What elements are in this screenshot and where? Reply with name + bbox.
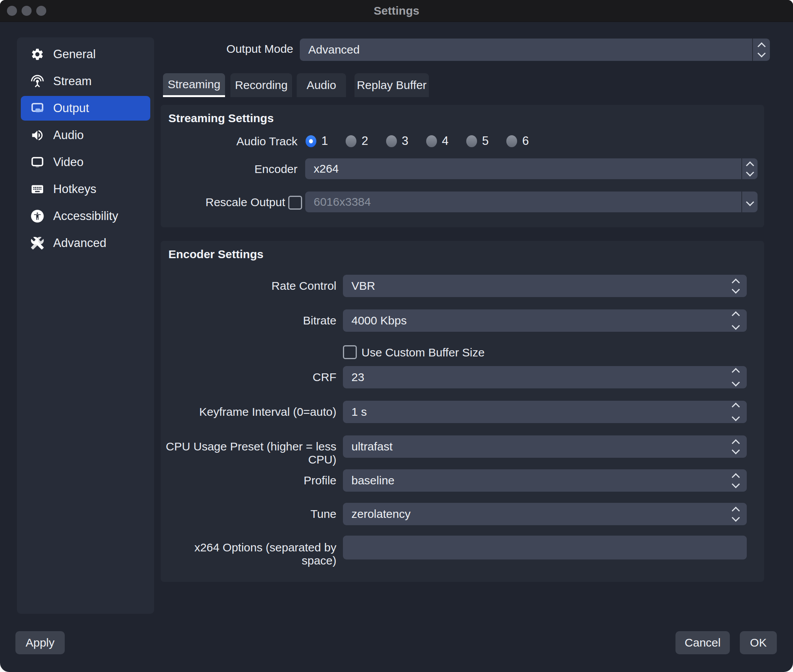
streaming-settings-title: Streaming Settings (168, 112, 274, 125)
sidebar-item-label: Video (53, 155, 84, 169)
rate-control-select[interactable]: VBR (343, 275, 747, 297)
screen: Settings General Stream Output (0, 0, 793, 672)
output-mode-select[interactable]: Advanced (300, 39, 770, 61)
tab-audio[interactable]: Audio (297, 73, 346, 97)
sidebar-item-video[interactable]: Video (21, 150, 150, 175)
sidebar-item-label: Accessibility (53, 209, 118, 223)
keyframe-interval-spinbox[interactable]: 1 s (343, 401, 747, 423)
tune-select[interactable]: zerolatency (343, 503, 747, 525)
tune-value: zerolatency (351, 507, 410, 521)
radio-checked-icon (306, 135, 316, 147)
sidebar-item-hotkeys[interactable]: Hotkeys (21, 177, 150, 202)
speaker-icon (30, 128, 45, 143)
radio-label: 4 (442, 134, 449, 148)
audio-track-radio-group: 1 2 3 4 5 6 (306, 134, 547, 148)
radio-icon (386, 135, 397, 147)
rescale-output-checkbox[interactable] (288, 196, 302, 210)
sidebar: General Stream Output Audio (17, 37, 154, 614)
profile-value: baseline (351, 474, 395, 487)
ok-button[interactable]: OK (740, 631, 777, 654)
tab-label: Replay Buffer (357, 79, 427, 92)
audio-track-label: Audio Track (166, 135, 297, 148)
profile-label: Profile (162, 474, 336, 487)
chevron-down-icon (731, 480, 739, 488)
radio-icon (346, 135, 356, 147)
x264-options-label: x264 Options (separated by space) (162, 541, 336, 567)
chevron-down-icon (746, 198, 754, 206)
chevron-down-icon (731, 322, 739, 330)
radio-icon (466, 135, 477, 147)
encoder-value: x264 (314, 162, 339, 175)
output-mode-label: Output Mode (185, 42, 293, 55)
rate-control-label: Rate Control (162, 279, 336, 292)
bitrate-stepper[interactable] (724, 309, 747, 332)
chevron-down-icon (731, 513, 739, 521)
rescale-output-dropdown[interactable] (741, 192, 758, 212)
sidebar-item-accessibility[interactable]: Accessibility (21, 204, 150, 228)
chevron-down-icon (731, 378, 739, 386)
window-title: Settings (0, 0, 793, 22)
cancel-button[interactable]: Cancel (675, 631, 730, 654)
output-mode-value: Advanced (308, 43, 360, 56)
rescale-output-combo[interactable]: 6016x3384 (305, 192, 758, 212)
apply-button[interactable]: Apply (15, 631, 65, 654)
use-custom-buffer-size-checkbox[interactable] (343, 345, 357, 359)
sidebar-item-general[interactable]: General (21, 42, 150, 67)
rate-control-stepper[interactable] (724, 275, 747, 297)
profile-select[interactable]: baseline (343, 469, 747, 492)
sidebar-item-label: Audio (53, 128, 84, 142)
audio-track-option-2[interactable]: 2 (346, 134, 368, 148)
sidebar-item-audio[interactable]: Audio (21, 123, 150, 148)
cpu-usage-preset-select[interactable]: ultrafast (343, 435, 747, 458)
tab-replay-buffer[interactable]: Replay Buffer (354, 73, 429, 97)
audio-track-option-5[interactable]: 5 (466, 134, 489, 148)
sidebar-item-advanced[interactable]: Advanced (21, 231, 150, 255)
use-custom-buffer-size-label: Use Custom Buffer Size (361, 346, 593, 359)
tune-stepper[interactable] (724, 503, 747, 525)
keyframe-interval-label: Keyframe Interval (0=auto) (162, 405, 336, 418)
cpu-usage-preset-stepper[interactable] (724, 435, 747, 458)
encoder-settings-title: Encoder Settings (168, 248, 264, 261)
cancel-button-label: Cancel (685, 636, 721, 649)
audio-track-option-6[interactable]: 6 (506, 134, 529, 148)
tab-label: Recording (235, 79, 288, 92)
cpu-usage-preset-label: CPU Usage Preset (higher = less CPU) (162, 440, 336, 466)
sidebar-item-stream[interactable]: Stream (21, 69, 150, 94)
encoder-select-stepper[interactable] (741, 158, 758, 179)
audio-track-option-4[interactable]: 4 (426, 134, 449, 148)
rescale-output-value: 6016x3384 (314, 195, 371, 208)
bitrate-label: Bitrate (162, 314, 336, 327)
keyboard-icon (30, 182, 45, 197)
tab-streaming[interactable]: Streaming (163, 73, 225, 97)
encoder-select[interactable]: x264 (305, 158, 758, 179)
chevron-up-icon (731, 311, 739, 319)
chevron-down-icon (731, 413, 739, 421)
antenna-icon (30, 74, 45, 89)
crf-spinbox[interactable]: 23 (343, 366, 747, 388)
crossed-tools-icon (30, 236, 45, 250)
x264-options-input[interactable] (343, 536, 747, 559)
tab-recording[interactable]: Recording (230, 73, 292, 97)
monitor-icon (30, 155, 45, 170)
audio-track-option-1[interactable]: 1 (306, 134, 328, 148)
chevron-down-icon (731, 446, 739, 454)
bitrate-spinbox[interactable]: 4000 Kbps (343, 309, 747, 332)
crf-stepper[interactable] (724, 366, 747, 388)
radio-icon (506, 135, 517, 147)
radio-label: 5 (482, 134, 489, 148)
sidebar-item-output[interactable]: Output (21, 96, 150, 121)
sidebar-item-label: General (53, 47, 96, 61)
sidebar-item-label: Output (53, 101, 89, 115)
ok-button-label: OK (750, 636, 766, 649)
tune-label: Tune (162, 507, 336, 521)
radio-label: 2 (361, 134, 368, 148)
chevron-down-icon (746, 168, 754, 176)
keyframe-interval-value: 1 s (351, 405, 367, 418)
profile-stepper[interactable] (724, 469, 747, 492)
radio-label: 6 (522, 134, 529, 148)
crf-value: 23 (351, 371, 364, 384)
output-mode-stepper[interactable] (752, 39, 770, 61)
sidebar-item-label: Advanced (53, 236, 106, 250)
keyframe-interval-stepper[interactable] (724, 401, 747, 423)
audio-track-option-3[interactable]: 3 (386, 134, 408, 148)
